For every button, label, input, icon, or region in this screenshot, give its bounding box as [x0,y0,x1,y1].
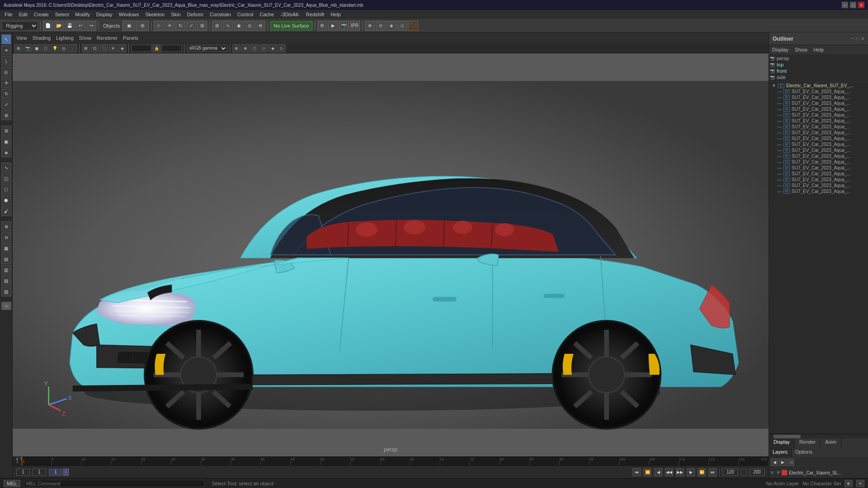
scale-tool2[interactable]: ⤢ [1,99,11,109]
scene-obj-10[interactable]: — M SU7_EV_Car_2023_Aqua_... [770,147,867,153]
left-btn-extra2[interactable]: ⊖ [1,232,11,242]
menu-cache[interactable]: Cache [257,11,277,18]
move-tool2[interactable]: ✛ [1,78,11,88]
select-tool[interactable]: ⊹ [154,21,164,31]
mode-selector[interactable]: Rigging [2,21,38,30]
snap-curve[interactable]: ∿ [223,21,233,31]
snap2[interactable]: ▣ [1,136,11,146]
vp2-toggle[interactable]: ⊞ [14,44,23,52]
menu-create[interactable]: Create [31,11,52,18]
render-btn[interactable]: ▶ [328,21,338,31]
undo-button[interactable]: ↩ [75,21,85,31]
3d-viewport[interactable]: X Y Z persp [13,53,769,456]
snap-grid2[interactable]: ⊞ [1,126,11,136]
scene-obj-0[interactable]: — M SU7_EV_Car_2023_Aqua_... [770,89,867,94]
goto-end[interactable]: ⏭ [708,468,717,476]
left-btn-extra6[interactable]: ▧ [1,276,11,286]
outliner-menu-display[interactable]: Display [771,47,790,52]
outliner-close[interactable]: ✕ [861,36,864,41]
root-object[interactable]: ▼ G Electric_Car_Xiaomi_SU7_EV_... [770,83,867,89]
obj-btn2[interactable]: ⊞ [136,21,149,31]
snap-grid[interactable]: ⊞ [212,21,222,31]
scene-obj-6[interactable]: — M SU7_EV_Car_2023_Aqua_... [770,124,867,130]
vp2-snap2[interactable]: ⊗ [241,44,250,52]
left-btn-extra3[interactable]: ▦ [1,243,11,253]
menu-file[interactable]: File [2,11,15,18]
cam-front[interactable]: 📷 front [769,68,868,74]
new-scene-button[interactable]: 📄 [43,21,53,31]
outliner-scrollbar[interactable] [769,434,868,438]
tool-btn11[interactable]: ◇ [397,21,407,31]
left-btn-extra7[interactable]: ▨ [1,286,11,296]
scene-obj-11[interactable]: — M SU7_EV_Car_2023_Aqua_... [770,153,867,159]
open-button[interactable]: 📂 [54,21,64,31]
layer-btn-back[interactable]: ◁ [787,459,794,466]
menu-control[interactable]: Control [235,11,256,18]
current-frame-input[interactable] [16,469,30,476]
scene-obj-3[interactable]: — M SU7_EV_Car_2023_Aqua_... [770,106,867,112]
options-tab[interactable]: Options [792,448,816,457]
scene-obj-4[interactable]: — M SU7_EV_Car_2023_Aqua_... [770,112,867,118]
end-frame-input[interactable] [722,469,738,476]
vp2-cam2[interactable]: ⊡ [91,44,99,52]
menu-3dtall[interactable]: -3DtoAll- [278,11,302,18]
outliner-menu-show[interactable]: Show [793,47,809,52]
tab-anim[interactable]: Anim [821,438,841,448]
subdivision-btn[interactable]: ⬣ [1,195,11,205]
vp2-wire[interactable]: ⬡ [42,44,50,52]
universal-tool2[interactable]: ⊞ [1,110,11,120]
universal-tool[interactable]: ⊞ [197,21,207,31]
prev-frame[interactable]: ◀ [654,468,662,476]
next-key[interactable]: ⏩ [698,468,706,476]
snap-view[interactable]: ◎ [245,21,255,31]
scene-obj-17[interactable]: — M SU7_EV_Car_2023_Aqua_... [770,188,867,194]
save-button[interactable]: 💾 [65,21,75,31]
vp-menu-lighting[interactable]: Lighting [54,35,75,41]
ipr-btn[interactable]: IPR [350,21,360,31]
vp2-extra[interactable]: ◈ [118,44,126,52]
scene-obj-2[interactable]: — M SU7_EV_Car_2023_Aqua_... [770,100,867,106]
outliner-minimize[interactable]: ─ [851,36,854,41]
obj-btn1[interactable]: ▣ [123,21,135,31]
snap-point[interactable]: ◉ [234,21,244,31]
vp2-lock[interactable]: 🔒 [152,44,160,52]
char-set-btn2[interactable]: ≡ [856,480,864,487]
play-back[interactable]: ◀◀ [665,468,673,476]
tool-btn9[interactable]: ⊙ [376,21,386,31]
tab-display[interactable]: Display [769,438,795,448]
lasso-tool[interactable]: ⤵ [1,56,11,66]
vp-menu-view[interactable]: View [14,35,29,41]
gamma-select[interactable]: sRGB gamma [187,45,227,52]
value2-input[interactable]: 1.00 [161,45,182,52]
mel-input[interactable] [24,480,205,487]
menu-constrain[interactable]: Constrain [207,11,234,18]
deform-btn[interactable]: ◈ [1,147,11,157]
goto-start[interactable]: ⏮ [632,468,641,476]
cam-persp[interactable]: 📷 persp [769,55,868,61]
scene-obj-13[interactable]: — M SU7_EV_Car_2023_Aqua_... [770,165,867,171]
rotate-tool2[interactable]: ↻ [1,89,11,99]
menu-windows[interactable]: Windows [116,11,142,18]
value1-input[interactable]: 0.00 [131,45,151,52]
vp2-snap4[interactable]: ◇ [259,44,268,52]
poly-btn[interactable]: ⬡ [1,184,11,194]
layer-btn-prev[interactable]: ◀ [771,459,778,466]
vp-menu-show[interactable]: Show [77,35,94,41]
play-forward[interactable]: ▶▶ [676,468,684,476]
curve-btn[interactable]: ∿ [1,163,11,173]
menu-select[interactable]: Select [52,11,72,18]
sculpt-tool[interactable]: ◎ [1,67,11,77]
layers-tab[interactable]: Layers [769,448,792,457]
next-frame[interactable]: ▶ [687,468,695,476]
maximize-button[interactable]: □ [850,2,856,8]
vp2-snap3[interactable]: ⬡ [250,44,259,52]
vp2-solid[interactable]: ▣ [33,44,41,52]
tool-btn10[interactable]: ◈ [387,21,396,31]
scene-obj-12[interactable]: — M SU7_EV_Car_2023_Aqua_... [770,159,867,165]
minimize-button[interactable]: ─ [842,2,848,8]
prev-key[interactable]: ⏪ [643,468,651,476]
channel-box-btn[interactable]: ⬛ [408,21,418,31]
left-btn-extra4[interactable]: ▤ [1,254,11,264]
menu-deform[interactable]: Deform [184,11,206,18]
layer-item-main[interactable]: V P Electric_Car_Xiaomi_SL... [771,469,866,476]
